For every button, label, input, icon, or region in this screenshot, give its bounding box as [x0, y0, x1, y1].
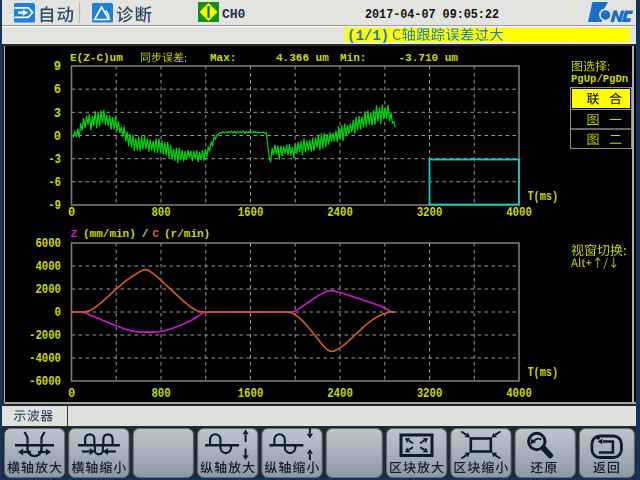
svg-text:800: 800	[151, 387, 170, 401]
svg-text:-6000: -6000	[29, 375, 61, 389]
svg-text:4000: 4000	[506, 206, 532, 220]
svg-text:3: 3	[54, 107, 61, 121]
svg-text:800: 800	[151, 206, 170, 220]
svg-text:CH0: CH0	[222, 7, 246, 22]
svg-text:4.366 um: 4.366 um	[276, 52, 329, 64]
svg-text:6: 6	[54, 83, 61, 97]
svg-text:T(ms): T(ms)	[528, 366, 559, 380]
svg-text:E(Z-C)um: E(Z-C)um	[70, 52, 123, 64]
svg-text:-2000: -2000	[29, 329, 61, 343]
svg-text:(mm/min): (mm/min)	[83, 228, 136, 240]
svg-text:4000: 4000	[506, 387, 532, 401]
svg-text:(r/min): (r/min)	[164, 228, 210, 240]
svg-text:0: 0	[55, 306, 61, 320]
svg-text:C: C	[152, 228, 159, 240]
svg-text:-9: -9	[48, 199, 61, 213]
svg-text:2400: 2400	[327, 387, 353, 401]
svg-text:T(ms): T(ms)	[528, 190, 559, 204]
svg-text:2400: 2400	[327, 206, 353, 220]
svg-text:1600: 1600	[238, 387, 264, 401]
svg-text:-3: -3	[48, 153, 61, 167]
svg-text:1600: 1600	[238, 206, 264, 220]
svg-text:Max:: Max:	[210, 52, 236, 64]
svg-text:4000: 4000	[35, 260, 61, 274]
svg-text:-6: -6	[48, 176, 61, 190]
svg-text:-4000: -4000	[29, 352, 61, 366]
svg-text:PgUp/PgDn: PgUp/PgDn	[571, 73, 628, 85]
svg-text:2000: 2000	[35, 283, 61, 297]
svg-text:3200: 3200	[417, 387, 443, 401]
svg-text:Z: Z	[71, 228, 78, 240]
svg-text:6000: 6000	[35, 237, 61, 251]
svg-text:-3.710 um: -3.710 um	[399, 52, 459, 64]
svg-text:0: 0	[68, 387, 75, 401]
svg-text:/: /	[142, 228, 149, 240]
svg-text:(1/1): (1/1)	[347, 28, 389, 44]
svg-text:3200: 3200	[417, 206, 443, 220]
svg-text:0: 0	[68, 206, 75, 220]
svg-text:0: 0	[54, 130, 61, 144]
svg-text:Min:: Min:	[340, 52, 366, 64]
svg-text:9: 9	[54, 60, 61, 74]
svg-text:2017-04-07 09:05:22: 2017-04-07 09:05:22	[365, 7, 499, 22]
